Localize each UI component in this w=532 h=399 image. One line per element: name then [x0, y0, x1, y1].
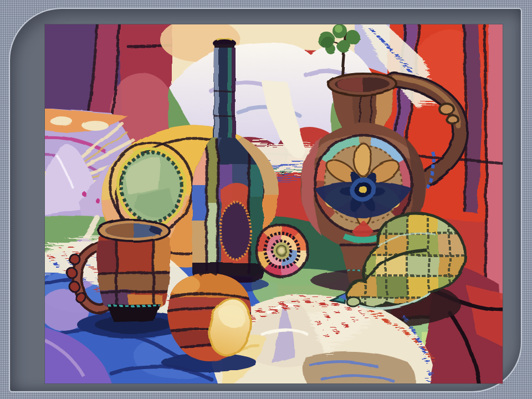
- still-life-painting[interactable]: [45, 24, 503, 383]
- painting-canvas: [45, 24, 503, 383]
- apple: [161, 273, 257, 372]
- ball: [255, 224, 308, 277]
